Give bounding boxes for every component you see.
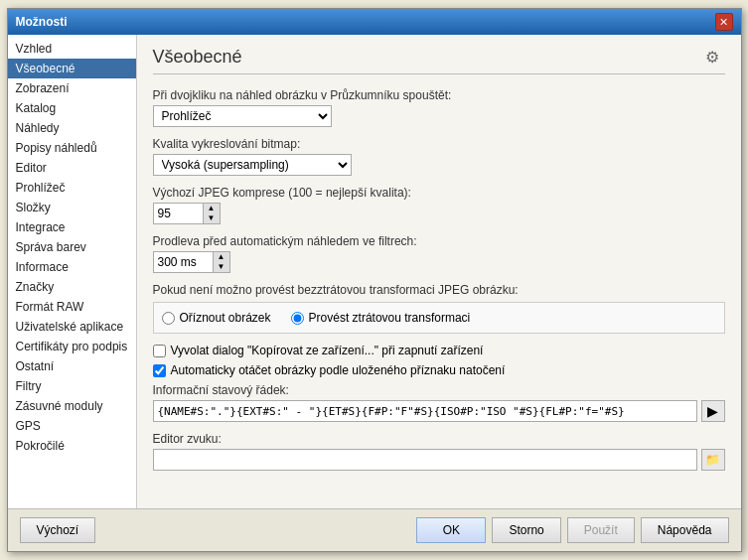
editor-sound-input[interactable] [153,449,697,471]
checkbox2[interactable] [153,364,166,377]
sidebar-item-prohlížeč[interactable]: Prohlížeč [8,178,136,198]
checkbox1[interactable] [153,345,166,357]
double-click-label: Při dvojkliku na náhled obrázku v Průzku… [153,88,725,102]
status-input-row: ▶ [153,400,725,422]
sidebar-item-pokročilé[interactable]: Pokročilé [8,436,136,456]
delay-spinbox-up[interactable]: ▲ [214,252,229,262]
checkbox2-row: Automaticky otáčet obrázky podle uložené… [153,363,725,377]
sidebar-item-ostatní[interactable]: Ostatní [8,356,136,376]
sidebar-item-správa-barev[interactable]: Správa barev [8,237,136,257]
help-button[interactable]: Nápověda [641,517,729,543]
sidebar-item-katalog[interactable]: Katalog [8,98,136,118]
ok-button[interactable]: OK [416,517,486,543]
sidebar-item-informace[interactable]: Informace [8,257,136,277]
radio-crop[interactable] [162,312,175,325]
sidebar-item-gps[interactable]: GPS [8,416,136,436]
sidebar-item-zobrazení[interactable]: Zobrazení [8,78,136,98]
cancel-button[interactable]: Storno [492,517,560,543]
radio-lossy[interactable] [291,312,304,325]
jpeg-quality-label: Výchozí JPEG komprese (100 = nejlepší kv… [153,186,725,200]
status-bar-browse-btn[interactable]: ▶ [701,400,725,422]
status-bar-group: Informační stavový řádek: ▶ [153,383,725,422]
checkbox1-label: Vyvolat dialog "Kopírovat ze zařízení...… [171,344,484,357]
preview-delay-group: Prodleva před automatickým náhledem ve f… [153,234,725,273]
double-click-group: Při dvojkliku na náhled obrázku v Průzku… [153,88,725,127]
sidebar-item-formát-raw[interactable]: Formát RAW [8,297,136,317]
jpeg-quality-input[interactable] [153,203,203,224]
sidebar-item-složky[interactable]: Složky [8,198,136,217]
sidebar-item-náhledy[interactable]: Náhledy [8,118,136,138]
spinbox-up[interactable]: ▲ [204,204,220,213]
delay-spinbox-buttons: ▲ ▼ [213,251,230,273]
radio-crop-label[interactable]: Oříznout obrázek [162,311,271,325]
editor-sound-browse-btn[interactable]: 📁 [701,449,725,471]
right-buttons: OK Storno Použít Nápověda [416,517,728,543]
spinbox-down[interactable]: ▼ [204,213,220,223]
sidebar-item-filtry[interactable]: Filtry [8,376,136,396]
sidebar-item-certifikáty-pro-podpis[interactable]: Certifikáty pro podpis [8,337,136,356]
page-title: Všeobecné [153,47,242,68]
bottom-bar: Výchozí OK Storno Použít Nápověda [8,508,741,551]
bitmap-quality-select[interactable]: Nízká Střední Vysoká (supersampling) [153,154,352,176]
preview-delay-label: Prodleva před automatickým náhledem ve f… [153,234,725,248]
radio-group: Oříznout obrázek Provést ztrátovou trans… [153,302,725,334]
radio-lossy-text: Provést ztrátovou transformaci [309,311,471,325]
apply-button[interactable]: Použít [567,517,635,543]
sidebar-item-popisy-náhledů[interactable]: Popisy náhledů [8,138,136,158]
gear-icon[interactable]: ⚙ [705,48,725,68]
window-body: VzhledVšeobecnéZobrazeníKatalogNáhledyPo… [8,35,741,508]
sidebar-item-zásuvné-moduly[interactable]: Zásuvné moduly [8,396,136,416]
checkbox2-label: Automaticky otáčet obrázky podle uložené… [171,363,506,377]
radio-crop-text: Oříznout obrázek [180,311,271,325]
sidebar: VzhledVšeobecnéZobrazeníKatalogNáhledyPo… [8,35,137,508]
main-window: Možnosti ✕ VzhledVšeobecnéZobrazeníKatal… [7,8,742,552]
status-bar-input[interactable] [153,400,697,422]
checkbox1-row: Vyvolat dialog "Kopírovat ze zařízení...… [153,344,725,357]
close-button[interactable]: ✕ [715,13,733,31]
sidebar-item-vzhled[interactable]: Vzhled [8,39,136,59]
jpeg-quality-group: Výchozí JPEG komprese (100 = nejlepší kv… [153,186,725,224]
main-header: Všeobecné ⚙ [153,47,725,74]
status-bar-label: Informační stavový řádek: [153,383,725,397]
radio-lossy-label[interactable]: Provést ztrátovou transformaci [291,311,471,325]
bitmap-quality-label: Kvalita vykreslování bitmap: [153,137,725,151]
sidebar-item-editor[interactable]: Editor [8,158,136,178]
sidebar-item-uživatelské-aplikace[interactable]: Uživatelské aplikace [8,317,136,337]
bitmap-quality-group: Kvalita vykreslování bitmap: Nízká Střed… [153,137,725,176]
spinbox-buttons: ▲ ▼ [203,203,221,224]
preview-delay-input[interactable] [153,251,213,273]
sidebar-item-značky[interactable]: Značky [8,277,136,297]
delay-spinbox-down[interactable]: ▼ [214,262,229,272]
title-bar: Možnosti ✕ [8,9,741,35]
sidebar-item-všeobecné[interactable]: Všeobecné [8,59,136,78]
jpeg-transform-label: Pokud není možno provést bezztrátovou tr… [153,283,725,297]
jpeg-quality-spinbox: ▲ ▼ [153,203,223,224]
sidebar-item-integrace[interactable]: Integrace [8,217,136,237]
default-button[interactable]: Výchozí [20,517,96,543]
window-title: Možnosti [16,15,68,29]
jpeg-transform-group: Pokud není možno provést bezztrátovou tr… [153,283,725,334]
main-content: Všeobecné ⚙ Při dvojkliku na náhled obrá… [137,35,741,508]
preview-delay-spinbox: ▲ ▼ [153,251,223,273]
double-click-select[interactable]: Prohlížeč Editor Katalog [153,105,332,127]
editor-sound-group: Editor zvuku: 📁 [153,432,725,471]
editor-sound-input-row: 📁 [153,449,725,471]
editor-sound-label: Editor zvuku: [153,432,725,446]
